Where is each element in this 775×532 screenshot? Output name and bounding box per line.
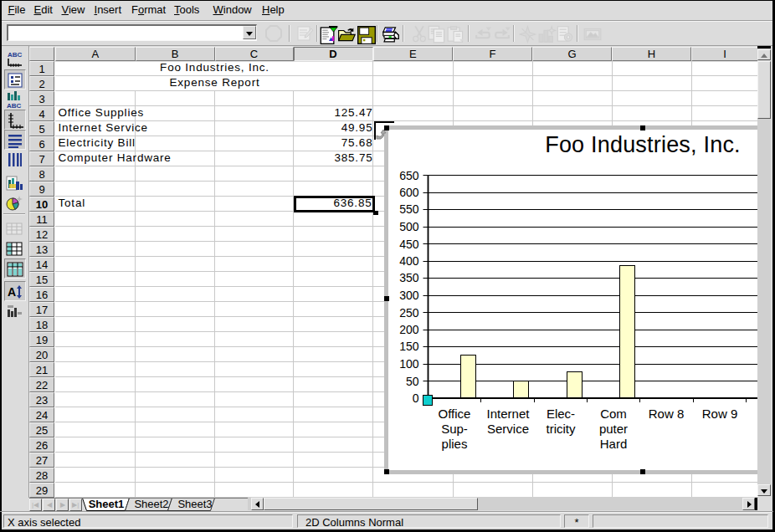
svg-text:ABC: ABC [7,102,22,110]
svg-text:ABC: ABC [8,51,23,59]
svg-text:A: A [8,285,16,299]
